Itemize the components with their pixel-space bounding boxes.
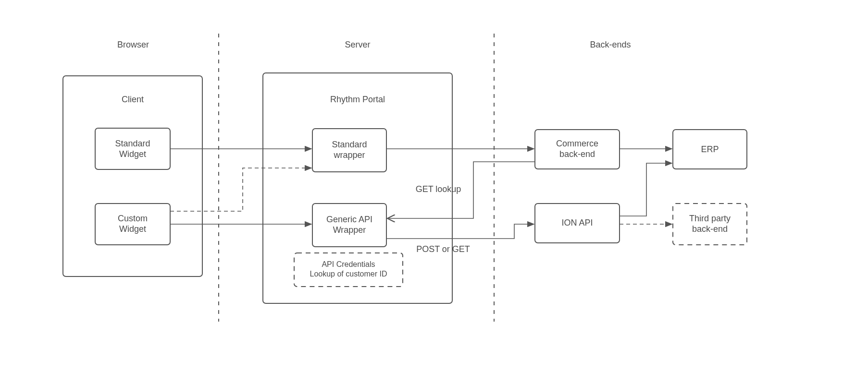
credentials-l2: Lookup of customer ID (310, 270, 387, 278)
client-container (63, 76, 202, 276)
third-party-l1: Third party (689, 214, 731, 223)
standard-wrapper-l2: wrapper (333, 150, 365, 160)
arrow-commerce-genericapi-lookup (387, 162, 535, 218)
third-party-l2: back-end (692, 224, 728, 234)
arrow-customwidget-stdwrapper (170, 168, 311, 211)
diagram-canvas: Browser Server Back-ends Client Standard… (0, 0, 868, 384)
portal-title: Rhythm Portal (330, 95, 385, 104)
post-or-get-label: POST or GET (416, 244, 470, 254)
credentials-l1: API Credentials (322, 260, 375, 268)
custom-widget-l2: Widget (119, 224, 146, 234)
ion-api-label: ION API (561, 218, 593, 228)
get-lookup-label: GET lookup (416, 184, 461, 194)
standard-widget-l2: Widget (119, 149, 146, 159)
arrow-genericapi-ionapi (386, 224, 534, 239)
commerce-l1: Commerce (556, 139, 598, 148)
section-backends-label: Back-ends (590, 40, 631, 49)
generic-api-l1: Generic API (326, 215, 372, 224)
commerce-l2: back-end (559, 149, 595, 159)
erp-label: ERP (701, 144, 719, 154)
generic-api-l2: Wrapper (333, 225, 366, 235)
custom-widget-l1: Custom (118, 214, 148, 223)
standard-wrapper-l1: Standard (332, 140, 367, 149)
section-server-label: Server (345, 40, 370, 49)
client-title: Client (122, 95, 144, 104)
standard-widget-l1: Standard (115, 139, 150, 148)
arrow-ionapi-erp (620, 163, 672, 216)
section-browser-label: Browser (117, 40, 149, 49)
